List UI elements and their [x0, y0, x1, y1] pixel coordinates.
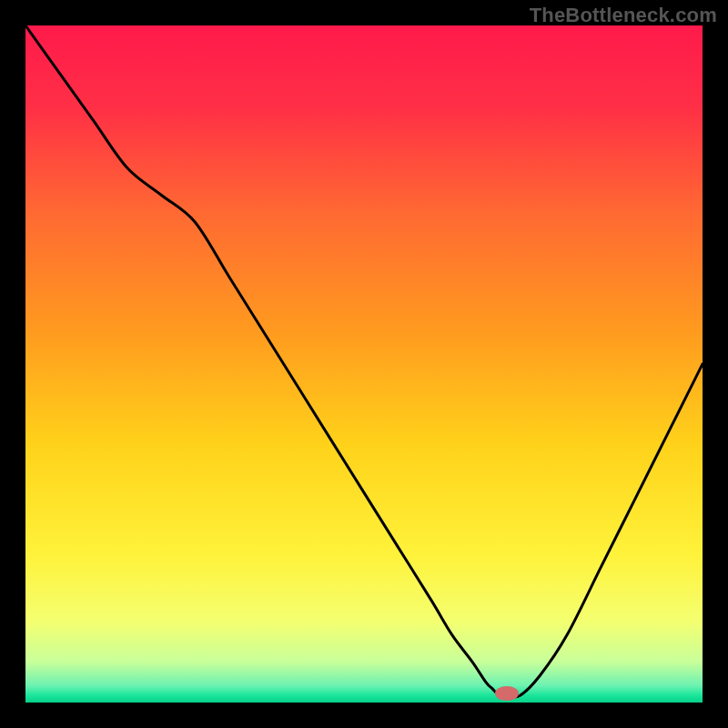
watermark-text: TheBottleneck.com [530, 4, 717, 27]
chart-svg [25, 25, 703, 703]
gradient-background [25, 25, 703, 703]
plot-area [25, 25, 703, 703]
min-marker [495, 686, 519, 701]
chart-frame: TheBottleneck.com [0, 0, 728, 728]
